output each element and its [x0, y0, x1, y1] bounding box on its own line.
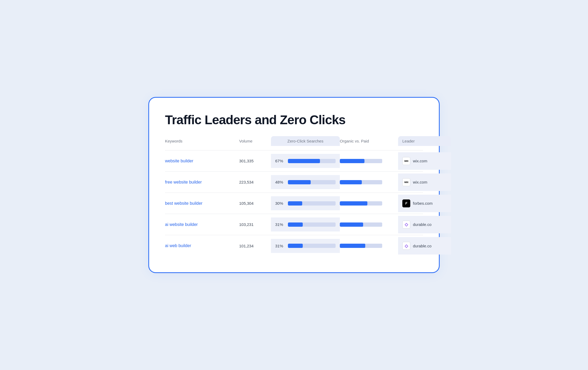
zero-click-bar-fill: [288, 222, 303, 227]
organic-bar-track: [340, 201, 382, 206]
zero-click-bar-fill: [288, 201, 302, 206]
leader-name: forbes.com: [413, 201, 433, 206]
organic-bar-track: [340, 159, 382, 163]
zero-click-bar-track: [288, 222, 336, 227]
leader-icon: ◇: [402, 221, 410, 229]
volume-cell: 105,304: [239, 196, 271, 210]
table-row: ai website builder103,23131%◇durable.co: [165, 214, 423, 235]
col-header-organic: Organic vs. Paid: [340, 139, 398, 146]
leader-icon: ◇: [402, 242, 410, 250]
organic-cell: [340, 175, 398, 189]
col-header-volume: Volume: [239, 139, 271, 146]
leader-cell: WIXwix.com: [398, 173, 451, 191]
zero-click-bar-fill: [288, 159, 320, 163]
volume-cell: 101,234: [239, 239, 271, 253]
main-card: Traffic Leaders and Zero Clicks Keywords…: [148, 97, 440, 273]
page-title: Traffic Leaders and Zero Clicks: [165, 113, 423, 127]
table-header-row: Keywords Volume Zero-Click Searches Orga…: [165, 139, 423, 150]
zero-click-cell: 31%: [271, 239, 340, 253]
zero-click-bar-track: [288, 201, 336, 206]
leader-cell: ◇durable.co: [398, 216, 451, 233]
organic-cell: [340, 197, 398, 210]
zero-click-cell: 31%: [271, 217, 340, 231]
zero-click-cell: 30%: [271, 196, 340, 210]
table-row: best website builder105,30430%Fforbes.co…: [165, 193, 423, 214]
keyword-cell[interactable]: ai web builder: [165, 239, 239, 253]
table-row: free website builder223,53448%WIXwix.com: [165, 172, 423, 193]
zero-click-cell: 48%: [271, 175, 340, 189]
zero-click-cell: 67%: [271, 154, 340, 168]
keyword-cell[interactable]: best website builder: [165, 196, 239, 211]
col-header-zero-click: Zero-Click Searches: [271, 136, 340, 146]
organic-bar-fill: [340, 244, 365, 248]
zero-click-bar-track: [288, 159, 336, 163]
organic-bar-fill: [340, 222, 363, 227]
leader-name: durable.co: [413, 222, 431, 227]
organic-bar-fill: [340, 180, 362, 184]
organic-bar-track: [340, 180, 382, 184]
zero-click-pct: 31%: [275, 222, 285, 227]
zero-click-pct: 67%: [275, 159, 285, 163]
zero-click-bar-fill: [288, 180, 311, 184]
leader-cell: ◇durable.co: [398, 237, 451, 255]
zero-click-pct: 30%: [275, 201, 285, 206]
organic-bar-fill: [340, 201, 367, 206]
zero-click-bar-track: [288, 180, 336, 184]
volume-cell: 223,534: [239, 175, 271, 189]
col-header-keywords: Keywords: [165, 139, 239, 146]
zero-click-pct: 31%: [275, 244, 285, 248]
organic-bar-track: [340, 244, 382, 248]
zero-click-bar-fill: [288, 244, 303, 248]
zero-click-bar-track: [288, 244, 336, 248]
zero-click-pct: 48%: [275, 180, 285, 184]
table-row: ai web builder101,23431%◇durable.co: [165, 235, 423, 256]
leader-cell: WIXwix.com: [398, 152, 451, 170]
data-table: Keywords Volume Zero-Click Searches Orga…: [165, 139, 423, 256]
table-body: website builder301,33567%WIXwix.comfree …: [165, 150, 423, 256]
table-row: website builder301,33567%WIXwix.com: [165, 150, 423, 172]
volume-cell: 103,231: [239, 217, 271, 231]
organic-bar-fill: [340, 159, 364, 163]
keyword-cell[interactable]: website builder: [165, 154, 239, 168]
organic-cell: [340, 239, 398, 253]
leader-icon: WIX: [402, 178, 410, 186]
organic-cell: [340, 154, 398, 168]
organic-bar-track: [340, 222, 382, 227]
keyword-cell[interactable]: free website builder: [165, 175, 239, 189]
leader-icon: F: [402, 199, 410, 207]
leader-icon: WIX: [402, 157, 410, 165]
leader-name: durable.co: [413, 244, 431, 248]
leader-cell: Fforbes.com: [398, 195, 451, 212]
leader-name: wix.com: [413, 180, 427, 184]
keyword-cell[interactable]: ai website builder: [165, 217, 239, 232]
col-header-leader: Leader: [398, 136, 451, 146]
volume-cell: 301,335: [239, 154, 271, 168]
organic-cell: [340, 218, 398, 231]
leader-name: wix.com: [413, 159, 427, 163]
